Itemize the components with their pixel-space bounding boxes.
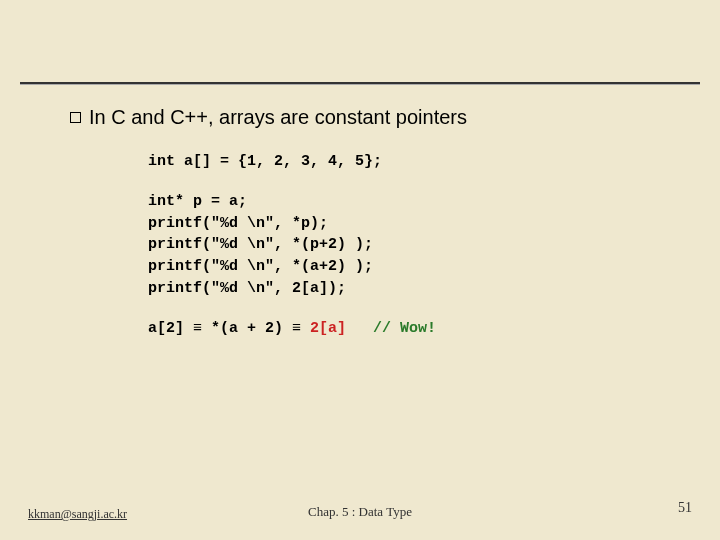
eq-sym2: ≡	[283, 320, 310, 337]
eq-lhs: a[2]	[148, 320, 184, 337]
bullet-box-icon	[70, 112, 81, 123]
eq-mid: *(a + 2)	[211, 320, 283, 337]
code-printf-block: int* p = a; printf("%d \n", *p); printf(…	[148, 191, 660, 300]
footer-chapter: Chap. 5 : Data Type	[0, 504, 720, 520]
code-block: int a[] = {1, 2, 3, 4, 5};int* p = a; pr…	[148, 151, 660, 339]
eq-sym1: ≡	[184, 320, 211, 337]
footer: kkman@sangji.ac.kr Chap. 5 : Data Type 5…	[0, 500, 720, 522]
slide-content: In C and C++, arrays are constant pointe…	[70, 106, 660, 339]
code-equivalence: a[2] ≡ *(a + 2) ≡ 2[a] // Wow!	[148, 318, 660, 340]
bullet-text: In C and C++, arrays are constant pointe…	[89, 106, 467, 128]
eq-rhs: 2[a]	[310, 320, 346, 337]
bullet-line: In C and C++, arrays are constant pointe…	[70, 106, 660, 129]
code-comment: // Wow!	[373, 320, 436, 337]
footer-page: 51	[678, 500, 692, 516]
horizontal-rule	[20, 82, 700, 85]
code-declaration: int a[] = {1, 2, 3, 4, 5};	[148, 153, 382, 170]
